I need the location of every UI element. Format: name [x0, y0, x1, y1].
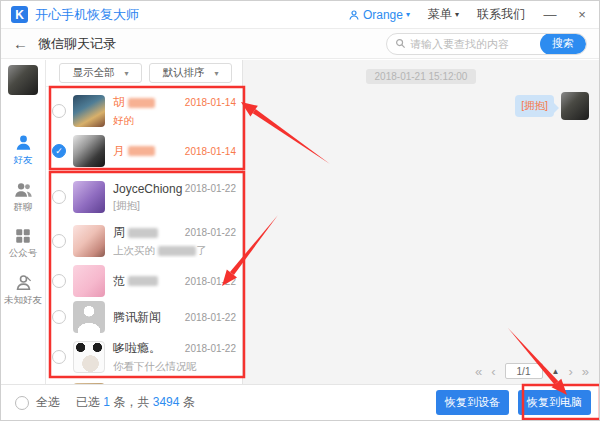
last-message-date: 2018-01-22 — [185, 312, 236, 323]
avatar — [8, 65, 38, 95]
contact-name: 月 — [113, 143, 125, 160]
sidebar-item-label: 未知好友 — [4, 294, 42, 307]
app-window: K 开心手机恢复大师 Orange ▾ 菜单 ▾ 联系我们 — × ← 微信聊天… — [0, 0, 600, 421]
unknown-friend-icon — [14, 273, 33, 292]
list-filters: 显示全部 ▾ 默认排序 ▾ — [46, 60, 242, 87]
item-checkbox[interactable] — [52, 234, 66, 248]
chat-preview-panel: 2018-01-21 15:12:00 [拥抱] « ‹ 1/1 ▲ › » — [243, 60, 599, 384]
last-message-preview: 好的 — [113, 114, 236, 128]
recover-to-device-button[interactable]: 恢复到设备 — [436, 390, 509, 415]
item-checkbox[interactable] — [52, 104, 66, 118]
recover-to-computer-button[interactable]: 恢复到电脑 — [518, 390, 591, 415]
selection-summary: 已选 1 条，共 3494 条 — [76, 394, 195, 411]
search-box: 搜索 — [386, 33, 587, 55]
conversation-list: 胡2018-01-14好的✓月2018-01-14JoyceChiong2018… — [46, 89, 242, 384]
search-input[interactable] — [410, 38, 540, 50]
contact-name: JoyceChiong — [113, 182, 182, 196]
list-item[interactable]: JoyceChiong2018-01-22[拥抱] — [46, 175, 242, 219]
contact-us-link[interactable]: 联系我们 — [477, 6, 525, 23]
first-page-icon[interactable]: « — [475, 365, 482, 378]
page-title: 微信聊天记录 — [38, 35, 116, 53]
pagination: « ‹ 1/1 ▲ › » — [475, 363, 589, 379]
sidebar-item-official-accounts[interactable]: 公众号 — [9, 227, 38, 260]
contact-name: 腾讯新闻 — [113, 309, 161, 326]
chat-timestamp: 2018-01-21 15:12:00 — [366, 69, 477, 84]
avatar — [73, 95, 105, 127]
list-item[interactable]: 哆啦瘾。2018-01-22你看下什么情况呢 — [46, 335, 242, 379]
menu-button[interactable]: 菜单 ▾ — [428, 6, 459, 23]
official-account-icon — [14, 227, 32, 245]
page-indicator[interactable]: 1/1 — [505, 363, 543, 379]
sidebar-item-label: 群聊 — [14, 201, 33, 214]
group-chat-icon — [14, 180, 33, 199]
avatar — [73, 301, 105, 333]
select-all-label: 全选 — [36, 394, 60, 411]
chevron-down-icon: ▾ — [124, 69, 128, 78]
contact-us-label: 联系我们 — [477, 6, 525, 23]
sort-label: 默认排序 — [162, 66, 204, 80]
sidebar-item-friends[interactable]: 好友 — [14, 133, 33, 167]
sidebar-item-group-chats[interactable]: 群聊 — [14, 180, 33, 214]
avatar — [73, 225, 105, 257]
next-page-icon[interactable]: › — [568, 365, 572, 378]
redacted-name — [128, 276, 158, 286]
item-checkbox-checked[interactable]: ✓ — [52, 144, 66, 158]
contact-name: 周 — [113, 224, 125, 241]
search-button[interactable]: 搜索 — [540, 33, 586, 55]
account-menu[interactable]: Orange ▾ — [348, 8, 410, 22]
user-icon — [348, 9, 360, 21]
chevron-down-icon: ▾ — [214, 69, 218, 78]
avatar — [73, 265, 105, 297]
list-item[interactable]: ✓月2018-01-14 — [46, 133, 242, 169]
redacted-name — [128, 228, 158, 238]
chevron-down-icon: ▾ — [406, 10, 410, 19]
last-message-date: 2018-01-22 — [185, 276, 236, 287]
last-message-preview: [拥抱] — [113, 199, 236, 213]
redacted-name — [128, 98, 155, 108]
last-message-date: 2018-01-22 — [185, 227, 236, 238]
item-checkbox[interactable] — [52, 190, 66, 204]
item-checkbox[interactable] — [52, 274, 66, 288]
sidebar-item-label: 公众号 — [9, 247, 38, 260]
list-item[interactable]: 胡2018-01-14好的 — [46, 89, 242, 133]
avatar — [73, 135, 105, 167]
last-message-preview: 你看下什么情况呢 — [113, 360, 236, 374]
contact-name: 范 — [113, 273, 125, 290]
search-icon — [395, 38, 406, 49]
footer-bar: 全选 已选 1 条，共 3494 条 恢复到设备 恢复到电脑 — [1, 384, 599, 420]
toolbar: ← 微信聊天记录 搜索 — [1, 29, 599, 59]
contact-name: 哆啦瘾。 — [113, 340, 161, 357]
avatar — [73, 181, 105, 213]
title-bar: K 开心手机恢复大师 Orange ▾ 菜单 ▾ 联系我们 — × — [1, 1, 599, 29]
avatar — [561, 92, 589, 120]
show-all-label: 显示全部 — [72, 66, 114, 80]
avatar — [73, 341, 105, 373]
chat-bubble: [拥抱] — [515, 95, 554, 117]
item-checkbox[interactable] — [52, 350, 66, 364]
select-all-checkbox[interactable] — [15, 396, 29, 410]
last-page-icon[interactable]: » — [582, 365, 589, 378]
app-logo-icon: K — [11, 6, 28, 23]
show-all-dropdown[interactable]: 显示全部 ▾ — [59, 63, 142, 83]
redacted-message — [158, 246, 196, 256]
list-item[interactable]: 腾讯新闻2018-01-22 — [46, 299, 242, 335]
back-button[interactable]: ← — [13, 35, 28, 52]
conversation-list-panel: 显示全部 ▾ 默认排序 ▾ 胡2018-01-14好的✓月2018-01-14J… — [46, 60, 243, 384]
left-rail: 好友 群聊 公众号 未知好友 — [1, 60, 46, 384]
chevron-down-icon: ▾ — [455, 10, 459, 19]
last-message-date: 2018-01-14 — [185, 97, 236, 108]
total-count: 3494 — [153, 395, 180, 409]
last-message-date: 2018-01-22 — [185, 343, 236, 354]
page-jump-icon[interactable]: ▲ — [552, 367, 560, 376]
minimize-button[interactable]: — — [543, 7, 557, 22]
prev-page-icon[interactable]: ‹ — [491, 365, 495, 378]
item-checkbox[interactable] — [52, 310, 66, 324]
list-item[interactable]: 周2018-01-22上次买的了 — [46, 219, 242, 263]
last-message-preview: 上次买的了 — [113, 244, 236, 258]
sort-dropdown[interactable]: 默认排序 ▾ — [149, 63, 232, 83]
list-item[interactable]: 范2018-01-22 — [46, 263, 242, 299]
close-button[interactable]: × — [575, 7, 589, 22]
sidebar-item-unknown-friends[interactable]: 未知好友 — [4, 273, 42, 307]
friend-icon — [14, 133, 33, 152]
menu-label: 菜单 — [428, 6, 452, 23]
